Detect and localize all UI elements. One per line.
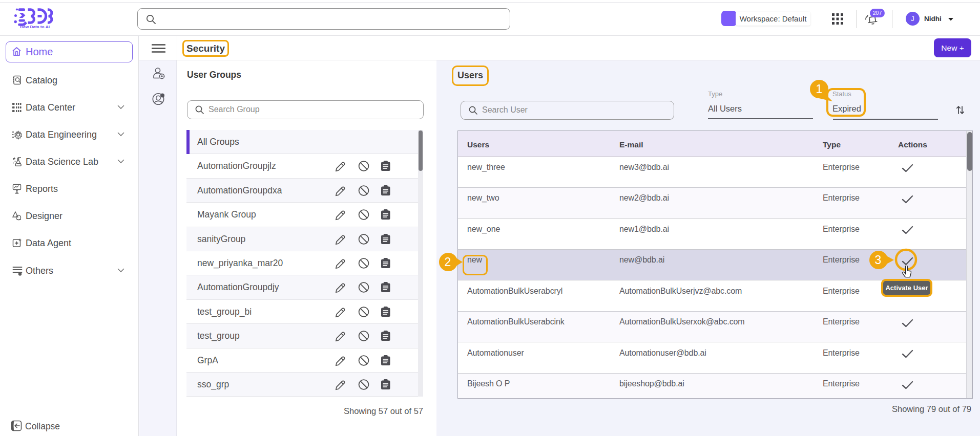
- svg-text:Raw Data to AI: Raw Data to AI: [20, 25, 50, 29]
- svg-text:1: 1: [816, 82, 823, 96]
- svg-text:2: 2: [445, 255, 451, 269]
- svg-text:3: 3: [875, 253, 882, 267]
